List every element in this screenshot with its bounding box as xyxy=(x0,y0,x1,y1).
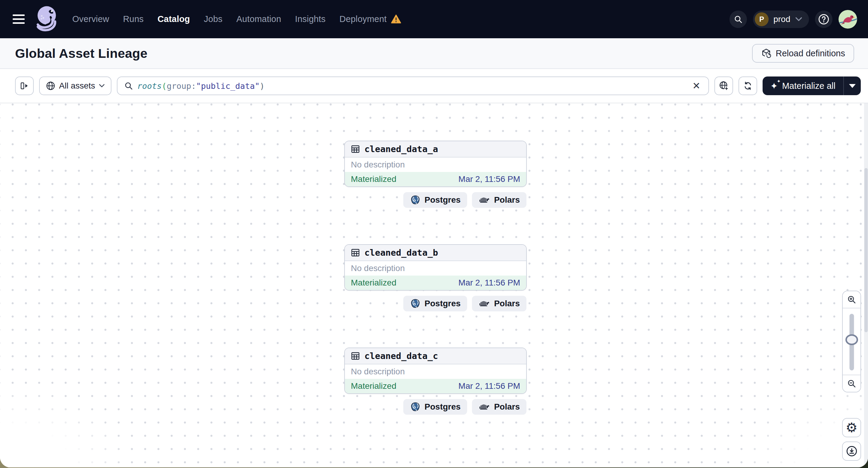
query-token: roots xyxy=(137,81,162,91)
menu-icon[interactable] xyxy=(13,14,25,24)
query-token: "public_data" xyxy=(196,81,259,91)
caret-down-icon xyxy=(849,84,856,88)
dagster-octopus-icon xyxy=(35,5,60,34)
kind-tag-postgres[interactable]: Postgres xyxy=(403,399,467,415)
asset-selection-input[interactable]: roots(group:"public_data") ✕ xyxy=(117,76,709,95)
deployment-name: prod xyxy=(773,14,790,24)
postgres-icon xyxy=(410,194,421,206)
reload-definitions-label: Reload definitions xyxy=(776,49,845,58)
scrollbar-thumb[interactable] xyxy=(864,168,868,332)
kind-tag-polars[interactable]: Polars xyxy=(472,399,526,415)
nav-item-overview[interactable]: Overview xyxy=(72,14,109,24)
deployment-switcher[interactable]: P prod xyxy=(753,10,809,28)
asset-scope-dropdown[interactable]: All assets xyxy=(39,76,112,95)
chevron-down-icon xyxy=(99,84,105,88)
asset-timestamp[interactable]: Mar 2, 11:56 PM xyxy=(458,175,520,184)
asset-description: No description xyxy=(351,367,405,376)
nav-item-deployment[interactable]: Deployment xyxy=(339,14,387,24)
asset-description: No description xyxy=(351,160,405,169)
postgres-icon xyxy=(410,298,421,309)
asset-node-footer: Materialized Mar 2, 11:56 PM xyxy=(345,276,526,290)
asset-node-body: No description xyxy=(345,261,526,276)
user-avatar[interactable] xyxy=(838,10,857,29)
asset-node-body: No description xyxy=(345,157,526,172)
asset-kind-tags: Postgres Polars xyxy=(403,399,526,415)
zoom-in-button[interactable] xyxy=(843,291,861,308)
asset-node-body: No description xyxy=(345,365,526,379)
clear-query-icon[interactable]: ✕ xyxy=(691,80,702,92)
nav-item-jobs[interactable]: Jobs xyxy=(204,14,223,24)
refresh-icon xyxy=(743,81,753,91)
query-token: group xyxy=(166,81,191,91)
lineage-toolbar: All assets roots(group:"public_data") ✕ xyxy=(0,69,868,103)
kind-label: Postgres xyxy=(425,299,461,308)
open-panel-button[interactable] xyxy=(15,76,34,95)
asset-name: cleaned_data_c xyxy=(365,351,438,361)
help-button[interactable] xyxy=(815,10,833,28)
help-icon xyxy=(818,13,830,25)
asset-scope-label: All assets xyxy=(59,81,95,91)
panel-toggle-icon xyxy=(20,81,29,91)
asset-status: Materialized xyxy=(351,381,396,391)
asset-selection-query: roots(group:"public_data") xyxy=(137,81,687,91)
query-token: : xyxy=(191,81,196,91)
table-icon xyxy=(351,351,360,361)
zoom-in-icon xyxy=(847,295,857,305)
sparkles-icon: ✦✦ xyxy=(770,81,778,91)
page-title: Global Asset Lineage xyxy=(15,46,148,61)
zoom-out-icon xyxy=(847,379,857,388)
postgres-icon xyxy=(410,401,421,412)
zoom-controls xyxy=(842,291,861,393)
kind-label: Polars xyxy=(494,195,520,205)
globe-icon xyxy=(46,81,55,91)
asset-kind-tags: Postgres Polars xyxy=(403,192,526,208)
kind-label: Postgres xyxy=(425,402,461,412)
graph-settings-button[interactable]: ⚙ xyxy=(842,418,861,437)
search-icon xyxy=(734,15,743,24)
polars-icon xyxy=(478,196,490,204)
materialize-all-label: Materialize all xyxy=(782,81,835,91)
asset-timestamp[interactable]: Mar 2, 11:56 PM xyxy=(458,381,520,391)
deployment-avatar: P xyxy=(755,12,769,26)
reload-definitions-button[interactable]: Reload definitions xyxy=(752,44,854,63)
zoom-slider-thumb[interactable] xyxy=(845,334,858,345)
global-search-button[interactable] xyxy=(730,10,747,28)
new-selection-button[interactable] xyxy=(714,76,733,95)
nav-item-catalog[interactable]: Catalog xyxy=(157,14,190,24)
materialize-options-button[interactable] xyxy=(843,76,861,95)
asset-status: Materialized xyxy=(351,278,396,288)
zoom-slider[interactable] xyxy=(843,308,861,375)
cardinal-bird-avatar xyxy=(838,10,857,29)
materialize-split-button: ✦✦ Materialize all xyxy=(763,76,861,95)
kind-tag-postgres[interactable]: Postgres xyxy=(403,192,467,208)
kind-tag-polars[interactable]: Polars xyxy=(472,296,526,311)
asset-node-header: cleaned_data_c xyxy=(345,348,526,365)
download-icon xyxy=(846,445,858,457)
nav-item-runs[interactable]: Runs xyxy=(123,14,144,24)
kind-label: Polars xyxy=(494,299,520,308)
download-image-button[interactable] xyxy=(842,441,861,461)
vertical-scrollbar[interactable] xyxy=(864,103,868,467)
asset-name: cleaned_data_a xyxy=(365,144,438,154)
query-token: ( xyxy=(162,81,166,91)
search-icon xyxy=(124,81,133,90)
refresh-button[interactable] xyxy=(739,76,757,95)
zoom-out-button[interactable] xyxy=(843,375,861,392)
lineage-graph-canvas[interactable]: cleaned_data_a No description Materializ… xyxy=(0,103,868,467)
nav-item-automation[interactable]: Automation xyxy=(237,14,281,24)
chevron-down-icon xyxy=(795,17,802,22)
kind-tag-polars[interactable]: Polars xyxy=(472,192,526,208)
asset-node-cleaned-data-c[interactable]: cleaned_data_c No description Materializ… xyxy=(344,347,527,394)
reload-code-location-icon xyxy=(761,48,771,58)
nav-item-insights[interactable]: Insights xyxy=(295,14,326,24)
asset-node-cleaned-data-b[interactable]: cleaned_data_b No description Materializ… xyxy=(344,244,527,291)
dagster-logo[interactable] xyxy=(35,5,60,34)
materialize-all-button[interactable]: ✦✦ Materialize all xyxy=(763,76,843,95)
page-header: Global Asset Lineage Reload definitions xyxy=(0,38,868,69)
kind-tag-postgres[interactable]: Postgres xyxy=(403,296,467,311)
asset-node-header: cleaned_data_a xyxy=(345,141,526,157)
primary-nav: Overview Runs Catalog Jobs Automation In… xyxy=(72,14,401,24)
asset-timestamp[interactable]: Mar 2, 11:56 PM xyxy=(458,278,520,288)
asset-node-cleaned-data-a[interactable]: cleaned_data_a No description Materializ… xyxy=(344,141,527,187)
kind-label: Postgres xyxy=(425,195,461,205)
